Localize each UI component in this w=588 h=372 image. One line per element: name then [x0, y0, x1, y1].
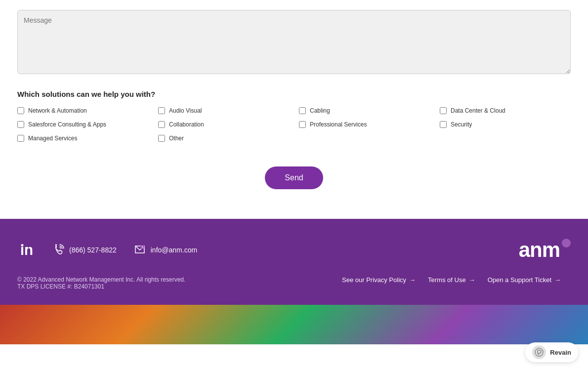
- support-arrow: →: [554, 276, 561, 284]
- checkbox-datacenter[interactable]: Data Center & Cloud: [440, 107, 571, 114]
- checkbox-audio-input[interactable]: [158, 107, 165, 114]
- terms-link[interactable]: Terms of Use →: [428, 276, 475, 284]
- checkbox-collaboration-label: Collaboration: [169, 121, 204, 128]
- footer-links: See our Privacy Policy → Terms of Use → …: [342, 276, 571, 284]
- checkbox-cabling-input[interactable]: [299, 107, 306, 114]
- checkbox-other-input[interactable]: [158, 135, 165, 142]
- privacy-policy-label: See our Privacy Policy: [342, 276, 406, 284]
- checkbox-managed-input[interactable]: [17, 135, 24, 142]
- privacy-policy-link[interactable]: See our Privacy Policy →: [342, 276, 416, 284]
- checkbox-other-label: Other: [169, 135, 184, 142]
- message-input[interactable]: [17, 10, 571, 74]
- checkbox-network[interactable]: Network & Automation: [17, 107, 148, 114]
- footer-copyright: © 2022 Advanced Network Management Inc. …: [17, 276, 185, 283]
- checkbox-professional[interactable]: Professional Services: [299, 121, 430, 128]
- linkedin-link[interactable]: [17, 241, 35, 259]
- terms-label: Terms of Use: [428, 276, 466, 284]
- footer-copyright-block: © 2022 Advanced Network Management Inc. …: [17, 276, 195, 290]
- main-content: Which solutions can we help you with? Ne…: [0, 0, 588, 219]
- footer-top: (866) 527-8822 info@anm.com anm: [17, 239, 571, 261]
- send-container: Send: [17, 166, 571, 189]
- email-address: info@anm.com: [151, 246, 197, 254]
- checkbox-network-label: Network & Automation: [28, 107, 87, 114]
- privacy-policy-arrow: →: [409, 276, 416, 284]
- checkbox-managed-label: Managed Services: [28, 135, 77, 142]
- checkbox-security-label: Security: [451, 121, 472, 128]
- support-link[interactable]: Open a Support Ticket →: [488, 276, 561, 284]
- support-label: Open a Support Ticket: [488, 276, 551, 284]
- terms-arrow: →: [469, 276, 475, 284]
- footer-contact: (866) 527-8822 info@anm.com: [17, 241, 197, 259]
- checkbox-security-input[interactable]: [440, 121, 447, 128]
- checkbox-datacenter-label: Data Center & Cloud: [451, 107, 505, 114]
- checkbox-professional-input[interactable]: [299, 121, 306, 128]
- solutions-section: Which solutions can we help you with? Ne…: [17, 90, 571, 142]
- checkbox-network-input[interactable]: [17, 107, 24, 114]
- checkbox-professional-label: Professional Services: [310, 121, 367, 128]
- anm-logo: anm: [519, 239, 571, 261]
- checkbox-managed[interactable]: Managed Services: [17, 135, 148, 142]
- phone-contact: (866) 527-8822: [52, 244, 117, 257]
- solutions-title: Which solutions can we help you with?: [17, 90, 571, 98]
- checkbox-audio[interactable]: Audio Visual: [158, 107, 289, 114]
- footer-license: TX DPS LICENSE #: B24071301: [17, 283, 195, 290]
- anm-logo-text: anm: [519, 240, 560, 260]
- checkbox-security[interactable]: Security: [440, 121, 571, 128]
- footer: (866) 527-8822 info@anm.com anm: [0, 219, 588, 305]
- email-contact: info@anm.com: [134, 244, 197, 257]
- checkbox-salesforce-input[interactable]: [17, 121, 24, 128]
- phone-icon: [52, 244, 64, 257]
- checkbox-audio-label: Audio Visual: [169, 107, 202, 114]
- footer-bottom: © 2022 Advanced Network Management Inc. …: [17, 276, 571, 290]
- checkbox-collaboration[interactable]: Collaboration: [158, 121, 289, 128]
- anm-logo-dot: [562, 239, 571, 248]
- checkbox-cabling-label: Cabling: [310, 107, 330, 114]
- phone-number: (866) 527-8822: [69, 246, 117, 254]
- checkbox-salesforce-label: Salesforce Consulting & Apps: [28, 121, 106, 128]
- checkbox-other[interactable]: Other: [158, 135, 289, 142]
- send-button[interactable]: Send: [265, 166, 323, 189]
- checkbox-salesforce[interactable]: Salesforce Consulting & Apps: [17, 121, 148, 128]
- revain-badge: Revain: [525, 342, 578, 344]
- checkboxes-grid: Network & Automation Salesforce Consulti…: [17, 107, 571, 142]
- decorative-bottom: [0, 305, 588, 344]
- checkbox-cabling[interactable]: Cabling: [299, 107, 430, 114]
- checkbox-datacenter-input[interactable]: [440, 107, 447, 114]
- email-icon: [134, 244, 146, 257]
- checkbox-collaboration-input[interactable]: [158, 121, 165, 128]
- linkedin-icon: [17, 241, 35, 259]
